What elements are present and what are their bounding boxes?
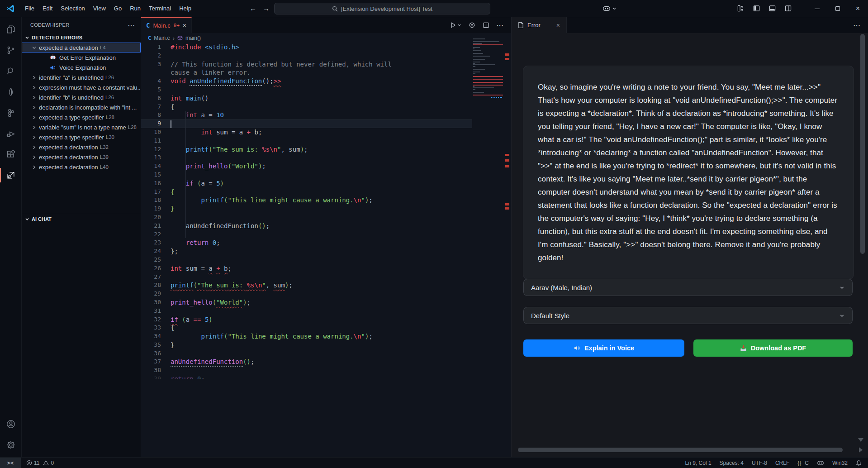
breadcrumb-file[interactable]: Main.c bbox=[154, 35, 170, 41]
codewhisper-icon[interactable] bbox=[0, 165, 22, 186]
customize-layout-icon[interactable] bbox=[737, 5, 744, 12]
vertical-scrollbar[interactable] bbox=[860, 34, 865, 254]
error-item[interactable]: expected a type specifierL28 bbox=[22, 112, 141, 122]
error-item[interactable]: expected a type specifierL30 bbox=[22, 132, 141, 142]
code-line[interactable]: 1#include <stdio.h> bbox=[141, 43, 472, 52]
remote-indicator[interactable]: >< bbox=[0, 458, 21, 468]
menu-terminal[interactable]: Terminal bbox=[145, 3, 175, 14]
menu-go[interactable]: Go bbox=[110, 3, 126, 14]
action-voice-explanation[interactable]: Voice Explanation bbox=[22, 62, 141, 72]
chevron-down-icon[interactable] bbox=[31, 45, 37, 50]
code-line[interactable]: 26int sum = a + b; bbox=[141, 264, 472, 273]
eol-sequence[interactable]: CRLF bbox=[775, 460, 789, 466]
code-line[interactable]: 34 printf("This line might cause a warni… bbox=[141, 332, 472, 341]
code-line[interactable]: 2 bbox=[141, 52, 472, 60]
code-line[interactable]: 38 bbox=[141, 366, 472, 375]
menu-edit[interactable]: Edit bbox=[38, 3, 57, 14]
indentation[interactable]: Spaces: 4 bbox=[720, 460, 744, 466]
menu-selection[interactable]: Selection bbox=[57, 3, 89, 14]
code-line[interactable]: 22 bbox=[141, 230, 472, 239]
code-line[interactable]: 20 bbox=[141, 213, 472, 222]
code-line[interactable]: 8 int a = 10 bbox=[141, 111, 472, 119]
code-lines[interactable]: 1#include <stdio.h>23// This function is… bbox=[141, 43, 472, 379]
code-line[interactable]: 13 bbox=[141, 153, 472, 162]
forward-arrow-icon[interactable]: → bbox=[263, 5, 270, 12]
code-line[interactable]: 11 bbox=[141, 137, 472, 145]
code-line[interactable]: 36 bbox=[141, 349, 472, 358]
voice-select[interactable]: Aarav (Male, Indian) bbox=[523, 279, 853, 296]
problems-indicator[interactable]: 11 0 bbox=[26, 460, 54, 466]
chevron-down-icon[interactable] bbox=[612, 6, 617, 11]
code-line[interactable]: 18 printf("This line might cause a warni… bbox=[141, 196, 472, 205]
code-line[interactable]: 12 printf("The sum is: %s\n", sum); bbox=[141, 145, 472, 154]
code-line[interactable]: 30print_hello("World"); bbox=[141, 298, 472, 307]
code-line[interactable]: 14 print_hello("World"); bbox=[141, 162, 472, 171]
notifications-bell-icon[interactable] bbox=[856, 460, 862, 466]
code-line[interactable]: 17{ bbox=[141, 188, 472, 196]
copilot-icon[interactable] bbox=[602, 5, 611, 12]
tab-error[interactable]: Error × bbox=[512, 17, 567, 33]
error-item[interactable]: identifier "a" is undefinedL26 bbox=[22, 72, 141, 82]
mongodb-icon[interactable] bbox=[0, 81, 22, 102]
code-line[interactable]: 19} bbox=[141, 205, 472, 213]
settings-gear-icon[interactable] bbox=[0, 435, 22, 455]
chevron-right-icon[interactable] bbox=[31, 145, 37, 150]
error-item[interactable]: expected a declarationL39 bbox=[22, 152, 141, 162]
error-item[interactable]: variable "sum" is not a type nameL28 bbox=[22, 122, 141, 132]
menu-view[interactable]: View bbox=[89, 3, 110, 14]
copilot-status-icon[interactable] bbox=[817, 460, 824, 466]
chevron-right-icon[interactable] bbox=[31, 115, 37, 120]
style-select[interactable]: Default Style bbox=[523, 307, 853, 324]
sidebar-more-icon[interactable]: ··· bbox=[128, 22, 135, 29]
chevron-right-icon[interactable] bbox=[31, 75, 37, 80]
tab-close-icon[interactable]: × bbox=[183, 22, 186, 29]
editor-more-icon[interactable]: ··· bbox=[497, 22, 504, 29]
chevron-right-icon[interactable] bbox=[31, 95, 37, 100]
menu-run[interactable]: Run bbox=[126, 3, 145, 14]
platform[interactable]: Win32 bbox=[832, 460, 848, 466]
scroll-down-arrow-icon[interactable] bbox=[858, 438, 863, 442]
search-sidebar-icon[interactable] bbox=[0, 61, 22, 81]
error-item[interactable]: declaration is incompatible with "int ..… bbox=[22, 102, 141, 112]
toggle-secondary-sidebar-icon[interactable] bbox=[785, 5, 792, 12]
run-debug-icon[interactable] bbox=[0, 123, 22, 144]
back-arrow-icon[interactable]: ← bbox=[250, 5, 256, 12]
code-line[interactable]: 3// This function is declared but never … bbox=[141, 60, 472, 69]
error-item[interactable]: expected a declarationL40 bbox=[22, 162, 141, 172]
error-item[interactable]: identifier "b" is undefinedL26 bbox=[22, 92, 141, 102]
run-button[interactable] bbox=[450, 22, 461, 29]
code-line[interactable]: 6int main() bbox=[141, 94, 472, 103]
code-line[interactable]: 24}; bbox=[141, 247, 472, 256]
error-item[interactable]: expression must have a constant valu... bbox=[22, 82, 141, 92]
code-line[interactable]: 16 if (a = 5) bbox=[141, 179, 472, 188]
extensions-icon[interactable] bbox=[0, 144, 22, 165]
action-get-error-explanation[interactable]: Get Error Explanation bbox=[22, 53, 141, 62]
chevron-right-icon[interactable] bbox=[31, 155, 37, 160]
code-line[interactable]: 7{ bbox=[141, 103, 472, 111]
code-line[interactable]: 9 bbox=[141, 119, 472, 128]
command-center-search[interactable]: [Extension Development Host] Test bbox=[274, 3, 490, 14]
code-line[interactable]: 15 bbox=[141, 171, 472, 179]
code-line[interactable]: 31 bbox=[141, 307, 472, 315]
breadcrumb-symbol[interactable]: main() bbox=[185, 35, 201, 41]
code-line[interactable]: 10 int sum = a + b; bbox=[141, 128, 472, 137]
restore-button[interactable] bbox=[827, 0, 848, 17]
ai-chat-section[interactable]: AI CHAT bbox=[22, 213, 141, 224]
breadcrumb[interactable]: C Main.c › main() bbox=[141, 33, 511, 43]
tab-close-icon[interactable]: × bbox=[556, 22, 560, 29]
code-line[interactable]: 35} bbox=[141, 341, 472, 349]
code-line[interactable]: 32if (a == 5) bbox=[141, 315, 472, 324]
code-line[interactable]: 29 bbox=[141, 290, 472, 298]
error-item[interactable]: expected a declarationL32 bbox=[22, 142, 141, 152]
menu-file[interactable]: File bbox=[21, 3, 38, 14]
tab-main-c[interactable]: C Main.c 9+ × bbox=[141, 17, 192, 33]
code-line[interactable]: 23 return 0; bbox=[141, 239, 472, 247]
code-line[interactable]: 21 anUndefinedFunction(); bbox=[141, 222, 472, 230]
split-editor-icon[interactable] bbox=[483, 22, 489, 29]
panel-more-icon[interactable]: ··· bbox=[854, 22, 861, 29]
source-control-icon[interactable] bbox=[0, 40, 22, 61]
code-line[interactable]: 39return 0; bbox=[141, 375, 472, 379]
detected-errors-section[interactable]: DETECTED ERRORS bbox=[22, 33, 141, 43]
cursor-position[interactable]: Ln 9, Col 1 bbox=[685, 460, 711, 466]
code-line[interactable]: 25 bbox=[141, 256, 472, 264]
